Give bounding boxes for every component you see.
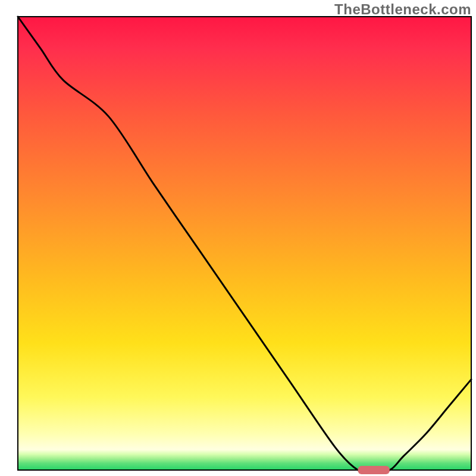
optimal-marker	[358, 466, 390, 474]
chart-container: TheBottleneck.com	[0, 0, 476, 476]
plot-background	[18, 17, 471, 470]
bottleneck-chart	[0, 0, 476, 476]
watermark-text: TheBottleneck.com	[334, 1, 471, 18]
